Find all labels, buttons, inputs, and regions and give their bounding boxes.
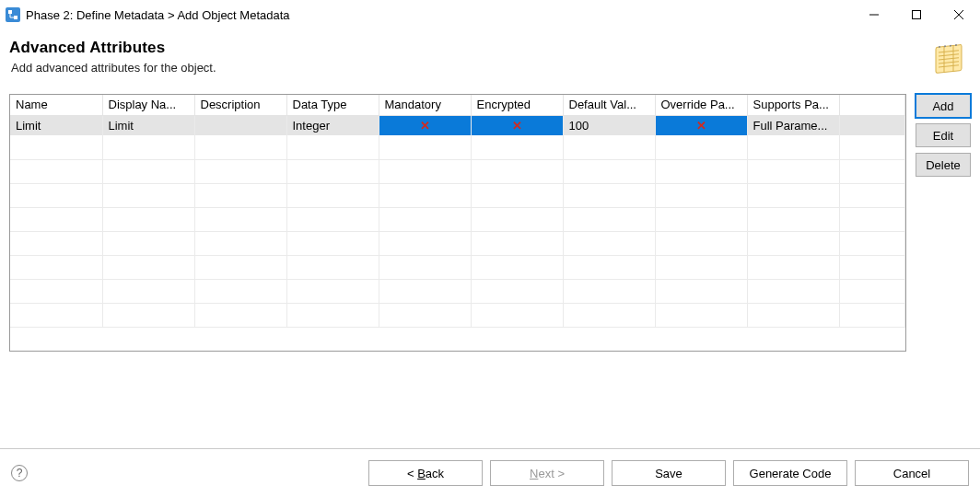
attributes-table-container: Name Display Na... Description Data Type… — [9, 94, 906, 352]
col-encrypted[interactable]: Encrypted — [471, 95, 563, 115]
empty-row — [10, 303, 905, 327]
col-mandatory[interactable]: Mandatory — [379, 95, 471, 115]
generate-code-button[interactable]: Generate Code — [733, 460, 847, 486]
page-subtitle: Add advanced attributes for the object. — [9, 61, 921, 75]
col-name[interactable]: Name — [10, 95, 102, 115]
x-icon: ✕ — [696, 119, 706, 133]
cell-data-type: Integer — [286, 115, 379, 135]
empty-row — [10, 255, 905, 279]
page-header: Advanced Attributes Add advanced attribu… — [0, 29, 980, 85]
cell-spacer — [839, 115, 905, 135]
next-button: Next > — [490, 460, 604, 486]
cell-name: Limit — [10, 115, 102, 135]
svg-rect-5 — [913, 11, 921, 19]
delete-button[interactable]: Delete — [916, 153, 971, 177]
col-default-value[interactable]: Default Val... — [563, 95, 655, 115]
cell-encrypted: ✕ — [471, 115, 563, 135]
cell-override-parent: ✕ — [655, 115, 747, 135]
col-override-parent[interactable]: Override Pa... — [655, 95, 747, 115]
cell-description — [194, 115, 286, 135]
add-button[interactable]: Add — [916, 94, 971, 118]
page-title: Advanced Attributes — [9, 39, 921, 57]
col-supports-parent[interactable]: Supports Pa... — [747, 95, 839, 115]
back-button[interactable]: < Back — [368, 460, 483, 486]
wizard-footer: ? < Back Next > Save Generate Code Cance… — [0, 448, 980, 497]
empty-row — [10, 207, 905, 231]
window-title: Phase 2: Define Metadata > Add Object Me… — [26, 8, 290, 22]
col-data-type[interactable]: Data Type — [286, 95, 379, 115]
cell-mandatory: ✕ — [379, 115, 471, 135]
cell-default-value: 100 — [563, 115, 655, 135]
edit-button[interactable]: Edit — [916, 123, 971, 147]
header-notebook-icon — [930, 39, 967, 75]
close-button[interactable] — [938, 0, 980, 29]
maximize-button[interactable] — [895, 0, 938, 29]
col-spacer — [839, 95, 905, 115]
help-icon[interactable]: ? — [11, 465, 28, 481]
x-icon: ✕ — [512, 119, 522, 133]
table-row[interactable]: Limit Limit Integer ✕ ✕ 100 ✕ Full Param… — [10, 115, 905, 135]
svg-rect-1 — [14, 16, 18, 19]
save-button[interactable]: Save — [612, 460, 726, 486]
window-controls — [853, 0, 980, 29]
svg-rect-0 — [8, 10, 12, 14]
titlebar: Phase 2: Define Metadata > Add Object Me… — [0, 0, 980, 29]
minimize-button[interactable] — [853, 0, 895, 29]
col-description[interactable]: Description — [194, 95, 286, 115]
content-area: Name Display Na... Description Data Type… — [0, 85, 980, 448]
empty-row — [10, 231, 905, 255]
empty-row — [10, 159, 905, 183]
x-icon: ✕ — [420, 119, 430, 133]
table-header-row: Name Display Na... Description Data Type… — [10, 95, 905, 115]
cancel-button[interactable]: Cancel — [855, 460, 969, 486]
empty-row — [10, 279, 905, 303]
cell-display-name: Limit — [102, 115, 194, 135]
app-icon — [6, 7, 20, 22]
empty-row — [10, 135, 905, 159]
col-display-name[interactable]: Display Na... — [102, 95, 194, 115]
side-button-panel: Add Edit Delete — [916, 94, 971, 439]
attributes-table[interactable]: Name Display Na... Description Data Type… — [10, 95, 905, 328]
cell-supports-parent: Full Parame... — [747, 115, 839, 135]
empty-row — [10, 183, 905, 207]
